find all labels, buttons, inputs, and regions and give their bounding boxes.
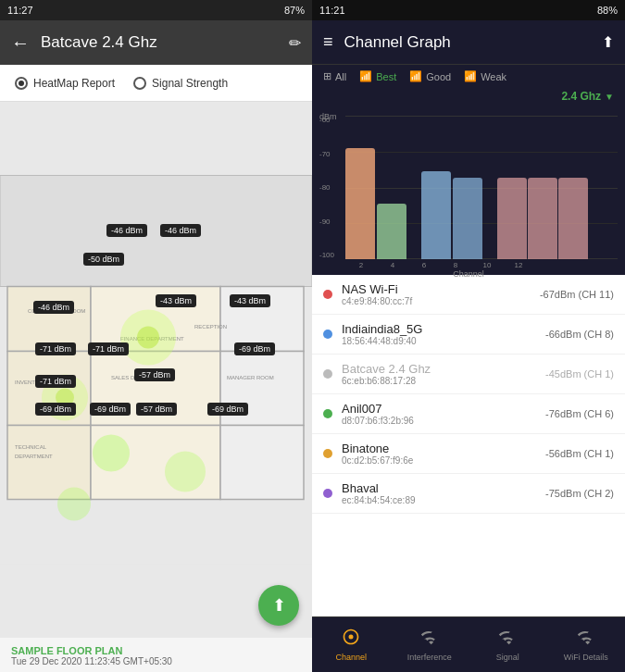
network-item-3[interactable]: Anil007 d8:07:b6:f3:2b:96 -76dBm (CH 6) [312, 394, 625, 434]
share-fab-button[interactable]: ⬆ [258, 585, 299, 626]
svg-point-23 [57, 488, 91, 521]
net-signal-2: -45dBm (CH 1) [545, 368, 614, 380]
heatmap-label: HeatMap Report [33, 77, 115, 90]
right-battery: 88% [597, 5, 618, 16]
map-footer: SAMPLE FLOOR PLAN Tue 29 Dec 2020 11:23:… [0, 638, 312, 672]
net-info-0: NAS Wi-Fi c4:e9:84:80:cc:7f [342, 282, 531, 306]
freq-button[interactable]: 2.4 Ghz ▼ [561, 90, 614, 103]
filter-weak[interactable]: 📶 Weak [464, 70, 506, 82]
freq-arrow-icon: ▼ [605, 92, 614, 102]
heatmap-radio[interactable] [15, 77, 28, 90]
badge-4: -46 dBm [33, 301, 74, 314]
x-tick-12: 12 [503, 261, 534, 269]
back-button[interactable]: ← [11, 32, 30, 54]
network-item-2[interactable]: Batcave 2.4 Ghz 6c:eb:b6:88:17:28 -45dBm… [312, 355, 625, 394]
timestamp: Tue 29 Dec 2020 11:23:45 GMT+05:30 [11, 656, 301, 666]
network-item-5[interactable]: Bhaval ec:84:b4:54:ce:89 -75dBm (CH 2) [312, 474, 625, 514]
freq-label: 2.4 Ghz [561, 90, 601, 103]
nav-signal[interactable]: Signal [469, 617, 547, 672]
net-signal-1: -66dBm (CH 8) [545, 329, 614, 340]
signal-radio[interactable] [133, 77, 146, 90]
freq-selector: 2.4 Ghz ▼ [312, 88, 625, 108]
net-dot-0 [323, 290, 332, 299]
svg-text:RECEPTION: RECEPTION [194, 324, 227, 330]
network-item-0[interactable]: NAS Wi-Fi c4:e9:84:80:cc:7f -67dBm (CH 1… [312, 275, 625, 315]
heatmap-tab[interactable]: HeatMap Report [15, 77, 115, 90]
right-header: ≡ Channel Graph ⬆ [312, 20, 625, 65]
network-list: NAS Wi-Fi c4:e9:84:80:cc:7f -67dBm (CH 1… [312, 275, 625, 616]
signal-label: Signal Strength [152, 77, 228, 90]
filter-good-label: Good [426, 71, 451, 82]
x-tick-10: 10 [471, 261, 503, 269]
right-time: 11:21 [319, 5, 345, 16]
net-mac-4: 0c:d2:b5:67:f9:6e [342, 455, 536, 466]
y-tick-70: -70 [319, 150, 334, 158]
net-dot-3 [323, 409, 332, 418]
bar-ch6 [421, 171, 451, 259]
share-icon[interactable]: ⬆ [602, 33, 614, 51]
hamburger-menu[interactable]: ≡ [323, 32, 333, 52]
right-panel: 11:21 88% ≡ Channel Graph ⬆ ⊞ All 📶 Best… [312, 0, 625, 672]
y-tick-60: -60 [319, 116, 334, 124]
floor-plan-label: SAMPLE FLOOR PLAN [11, 645, 301, 656]
net-name-1: Indiaindia8_5G [342, 322, 536, 336]
x-tick-6: 6 [408, 261, 440, 269]
bar-ch8 [453, 178, 482, 259]
interference-nav-label: Interference [407, 653, 452, 662]
net-signal-4: -56dBm (CH 1) [545, 448, 614, 459]
y-tick-100: -100 [319, 251, 334, 259]
y-tick-90: -90 [319, 218, 334, 226]
wifi-good-icon: 📶 [409, 70, 422, 82]
filter-best[interactable]: 📶 Best [359, 70, 396, 82]
left-panel: 11:27 87% ← Batcave 2.4 Ghz ✏ HeatMap Re… [0, 0, 312, 672]
bar-ch1 [345, 148, 375, 259]
svg-point-27 [349, 635, 354, 640]
badge-10: -57 dBm [134, 368, 175, 381]
bar-ch12 [558, 178, 588, 259]
filter-all-label: All [335, 71, 346, 82]
channel-nav-label: Channel [335, 653, 367, 662]
bar-ch2 [377, 204, 406, 259]
net-info-5: Bhaval ec:84:b4:54:ce:89 [342, 481, 536, 505]
net-signal-0: -67dBm (CH 11) [540, 289, 614, 300]
net-mac-0: c4:e9:84:80:cc:7f [342, 296, 531, 306]
interference-nav-icon [420, 628, 439, 651]
svg-text:TECHNICAL: TECHNICAL [15, 444, 47, 450]
net-dot-2 [323, 369, 332, 379]
badge-3: -50 dBm [83, 253, 124, 266]
wifi-best-icon: 📶 [359, 70, 372, 82]
net-dot-5 [323, 489, 332, 498]
radio-tabs: HeatMap Report Signal Strength [0, 65, 312, 102]
svg-text:MANAGER ROOM: MANAGER ROOM [227, 375, 274, 380]
net-info-3: Anil007 d8:07:b6:f3:2b:96 [342, 402, 536, 426]
edit-icon[interactable]: ✏ [289, 34, 301, 52]
filter-all[interactable]: ⊞ All [323, 70, 346, 82]
filter-good[interactable]: 📶 Good [409, 70, 451, 82]
signal-tab[interactable]: Signal Strength [133, 77, 228, 90]
net-name-5: Bhaval [342, 481, 536, 495]
map-area[interactable]: CONFERENCE ROOM FINANCE DEPARTMENT ENTRA… [0, 102, 312, 638]
chart-area: dBm -60 -70 -80 -90 -100 [312, 108, 625, 275]
net-name-2: Batcave 2.4 Ghz [342, 362, 536, 376]
network-item-4[interactable]: Binatone 0c:d2:b5:67:f9:6e -56dBm (CH 1) [312, 434, 625, 474]
nav-channel[interactable]: Channel [312, 617, 391, 672]
badge-13: -69 dBm [90, 403, 131, 416]
net-name-4: Binatone [342, 442, 536, 455]
network-item-1[interactable]: Indiaindia8_5G 18:56:44:48:d9:40 -66dBm … [312, 315, 625, 355]
y-tick-80: -80 [319, 183, 334, 192]
nav-interference[interactable]: Interference [391, 617, 469, 672]
badge-12: -69 dBm [35, 403, 76, 416]
svg-text:DEPARTMENT: DEPARTMENT [15, 454, 53, 459]
signal-nav-label: Signal [496, 653, 519, 662]
channel-nav-icon [342, 628, 360, 651]
x-axis-label: Channel [319, 269, 618, 279]
bar-ch11 [528, 178, 557, 259]
badge-2: -46 dBm [160, 224, 201, 237]
nav-wifi-details[interactable]: WiFi Details [547, 617, 626, 672]
x-tick-8: 8 [440, 261, 471, 269]
grid-icon: ⊞ [323, 70, 331, 82]
badge-15: -69 dBm [207, 403, 248, 416]
bottom-nav: Channel Interference Signal WiFi Details [312, 616, 625, 672]
left-header: ← Batcave 2.4 Ghz ✏ [0, 20, 312, 65]
left-page-title: Batcave 2.4 Ghz [41, 33, 289, 52]
